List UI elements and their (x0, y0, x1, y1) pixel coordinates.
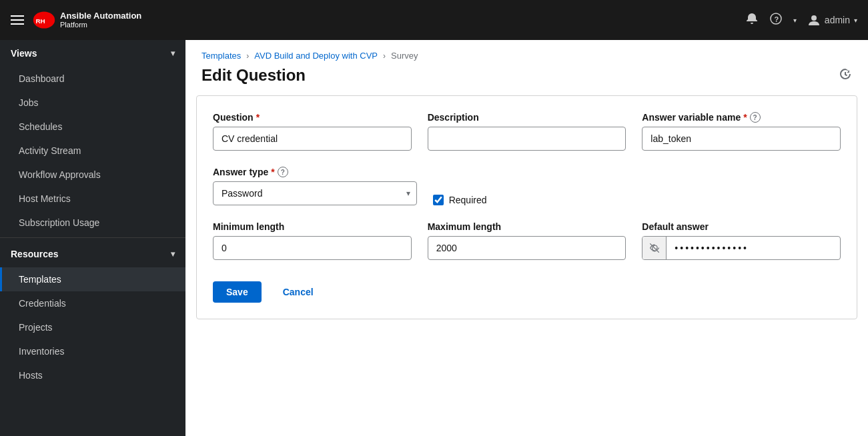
history-icon[interactable] (839, 67, 852, 84)
question-input[interactable] (213, 127, 412, 151)
form-actions: Save Cancel (213, 276, 841, 303)
answer-type-select[interactable]: Text Textarea Password Integer Float Mul… (213, 181, 417, 205)
sidebar-item-schedules[interactable]: Schedules (0, 115, 185, 139)
default-answer-label: Default answer (642, 221, 841, 232)
breadcrumb: Templates › AVD Build and Deploy with CV… (185, 40, 868, 61)
answer-variable-name-group: Answer variable name * ? (642, 112, 841, 151)
description-input[interactable] (428, 127, 626, 151)
form-row-2: Answer type * ? Text Textarea Password I… (213, 167, 841, 205)
brand-name: Ansible Automation Platform (60, 11, 141, 30)
default-answer-input[interactable] (667, 239, 840, 257)
svg-point-4 (811, 15, 817, 21)
answer-type-help-icon[interactable]: ? (278, 167, 288, 177)
views-section-header[interactable]: Views ▾ (0, 40, 185, 67)
help-icon[interactable]: ? (769, 12, 783, 29)
sidebar-item-jobs[interactable]: Jobs (0, 91, 185, 115)
notifications-icon[interactable] (745, 12, 759, 29)
question-required-star: * (256, 112, 260, 123)
answer-variable-name-help-icon[interactable]: ? (750, 112, 761, 123)
user-dropdown-arrow[interactable]: ▾ (854, 17, 857, 24)
answer-type-group: Answer type * ? Text Textarea Password I… (213, 167, 417, 205)
default-answer-wrapper (642, 236, 841, 260)
sidebar-item-subscription-usage[interactable]: Subscription Usage (0, 211, 185, 235)
sidebar-item-dashboard[interactable]: Dashboard (0, 67, 185, 91)
minimum-length-group: Minimum length (213, 221, 412, 260)
maximum-length-label: Maximum length (428, 221, 626, 232)
save-button[interactable]: Save (213, 281, 262, 303)
brand-logo: RH Ansible Automation Platform (32, 8, 141, 32)
required-checkbox-row: Required (433, 195, 841, 205)
sidebar-item-projects[interactable]: Projects (0, 315, 185, 339)
description-group: Description (428, 112, 626, 151)
answer-variable-name-label: Answer variable name * ? (642, 112, 841, 123)
answer-variable-name-input[interactable] (642, 127, 841, 151)
sidebar: Views ▾ Dashboard Jobs Schedules Activit… (0, 40, 185, 436)
user-icon (807, 13, 821, 27)
user-name-label: admin (825, 15, 850, 25)
sidebar-item-workflow-approvals[interactable]: Workflow Approvals (0, 163, 185, 187)
sidebar-item-activity-stream[interactable]: Activity Stream (0, 139, 185, 163)
maximum-length-group: Maximum length (428, 221, 626, 260)
svg-text:RH: RH (35, 17, 45, 25)
description-label: Description (428, 112, 626, 123)
redhat-logo-icon: RH (32, 8, 56, 32)
minimum-length-label: Minimum length (213, 221, 412, 232)
svg-text:?: ? (774, 15, 779, 23)
breadcrumb-survey: Survey (391, 51, 418, 61)
sidebar-item-inventories[interactable]: Inventories (0, 339, 185, 363)
breadcrumb-sep-1: › (246, 51, 249, 61)
page-title-text: Edit Question (201, 66, 306, 85)
breadcrumb-sep-2: › (383, 51, 386, 61)
maximum-length-input[interactable] (428, 236, 626, 260)
top-navigation: RH Ansible Automation Platform ? ▾ (0, 0, 868, 40)
answer-type-required-star: * (271, 167, 274, 177)
form-row-3: Minimum length Maximum length Default an… (213, 221, 841, 260)
resources-section-header[interactable]: Resources ▾ (0, 241, 185, 267)
breadcrumb-avd[interactable]: AVD Build and Deploy with CVP (254, 51, 378, 61)
question-label: Question * (213, 112, 412, 123)
question-group: Question * (213, 112, 412, 151)
minimum-length-input[interactable] (213, 236, 412, 260)
sidebar-item-hosts[interactable]: Hosts (0, 363, 185, 387)
answer-type-label: Answer type * ? (213, 167, 417, 177)
answer-variable-name-required-star: * (743, 112, 747, 123)
breadcrumb-templates[interactable]: Templates (201, 51, 241, 61)
cancel-button[interactable]: Cancel (272, 281, 324, 303)
answer-type-select-wrapper: Text Textarea Password Integer Float Mul… (213, 181, 417, 205)
views-section-label: Views (11, 48, 37, 59)
sidebar-item-templates[interactable]: Templates (0, 267, 185, 291)
main-content: Templates › AVD Build and Deploy with CV… (185, 40, 868, 436)
resources-section-arrow: ▾ (171, 249, 175, 259)
page-title-bar: Edit Question (185, 61, 868, 95)
required-group: Required (433, 167, 841, 205)
default-answer-group: Default answer (642, 221, 841, 260)
edit-question-form: Question * Description Answer variable n… (196, 95, 857, 319)
sidebar-item-host-metrics[interactable]: Host Metrics (0, 187, 185, 211)
views-section-arrow: ▾ (171, 49, 175, 58)
user-menu[interactable]: admin ▾ (807, 13, 857, 27)
resources-section-label: Resources (11, 249, 59, 259)
toggle-visibility-button[interactable] (642, 237, 667, 259)
required-checkbox-label[interactable]: Required (449, 195, 487, 205)
form-row-1: Question * Description Answer variable n… (213, 112, 841, 151)
eye-slash-icon (649, 243, 660, 253)
sidebar-item-credentials[interactable]: Credentials (0, 291, 185, 315)
hamburger-menu-button[interactable] (11, 15, 24, 25)
help-dropdown-arrow[interactable]: ▾ (793, 17, 797, 24)
required-checkbox[interactable] (433, 195, 444, 205)
